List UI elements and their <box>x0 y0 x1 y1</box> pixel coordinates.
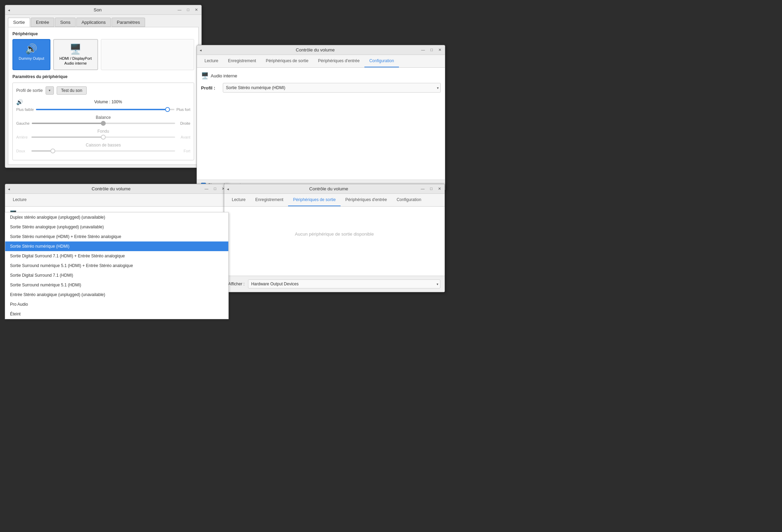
fondu-label: Fondu <box>16 129 190 134</box>
dropdown-item-10[interactable]: Éteint <box>5 309 228 319</box>
device-dummy-output[interactable]: 🔊 Dummy Output <box>12 39 50 70</box>
tab-applications[interactable]: Applications <box>76 18 111 27</box>
plus-fort-label: Plus fort <box>177 107 190 112</box>
vol-tr-close-btn[interactable]: ✕ <box>438 48 442 52</box>
dropdown-item-9[interactable]: Pro Audio <box>5 300 228 309</box>
vol-bl-title: Contrôle du volume <box>18 186 204 191</box>
vol-tr-tab-lecture[interactable]: Lecture <box>200 55 223 67</box>
dropdown-item-3[interactable]: Sortie Stéréo numérique (HDMI) <box>5 241 228 251</box>
dropdown-item-2[interactable]: Sortie Stéréo numérique (HDMI) + Entrée … <box>5 232 228 241</box>
vol-tr-maximize-btn[interactable]: □ <box>430 48 433 52</box>
vol-bl-tab-bar: Lecture <box>5 194 228 207</box>
volume-slider[interactable] <box>36 109 174 110</box>
son-window-title: Son <box>18 7 177 12</box>
afficher-select[interactable]: Hardware Output Devices <box>248 279 440 288</box>
hdmi-audio-icon: 🖥️ <box>69 43 82 55</box>
device-grid: 🔊 Dummy Output 🖥️ HDMI / DisplayPortAudi… <box>12 39 194 70</box>
vol-br-tab-enregistrement[interactable]: Enregistrement <box>250 194 288 206</box>
dropdown-item-5[interactable]: Sortie Surround numérique 5.1 (HDMI) + E… <box>5 261 228 270</box>
audio-internal-row: 🖥️ Audio interne <box>201 72 441 79</box>
volume-icon: 🔊 <box>16 99 23 105</box>
doux-label: Doux <box>16 149 29 153</box>
vol-br-title: Contrôle du volume <box>237 186 420 191</box>
son-minimize-btn[interactable]: — <box>177 8 182 12</box>
fondu-slider-row: Arrière Avant <box>16 135 190 139</box>
caisson-slider-row: Doux Fort <box>16 149 190 153</box>
device-hdmi-audio[interactable]: 🖥️ HDMI / DisplayPortAudio interne <box>53 39 98 70</box>
profile-label: Profil de sortie <box>16 88 43 93</box>
vol-tr-tab-config[interactable]: Configuration <box>364 55 399 67</box>
profil-key: Profil : <box>201 85 220 91</box>
audio-internal-icon: 🖥️ <box>201 72 209 79</box>
vol-br-tab-entree[interactable]: Périphériques d'entrée <box>341 194 392 206</box>
avant-label: Avant <box>177 135 190 139</box>
gauche-label: Gauche <box>16 121 30 125</box>
vol-tr-content: 🖥️ Audio interne Profil : Sortie Stéréo … <box>197 68 445 180</box>
dropdown-item-4[interactable]: Sortie Digital Surround 7.1 (HDMI) + Ent… <box>5 251 228 261</box>
profil-select[interactable]: Sortie Stéréo numérique (HDMI) <box>223 83 441 93</box>
volume-slider-row: Plus faible Plus fort <box>16 107 190 112</box>
dropdown-item-6[interactable]: Sortie Digital Surround 7.1 (HDMI) <box>5 270 228 280</box>
vol-br-tab-sortie[interactable]: Périphériques de sortie <box>288 194 340 206</box>
vol-bottom-right-window: ◂ Contrôle du volume — □ ✕ Lecture Enreg… <box>224 184 445 292</box>
vol-bl-tab-lecture[interactable]: Lecture <box>8 194 31 206</box>
peripherique-label: Périphérique <box>12 31 194 36</box>
dummy-output-icon: 🔊 <box>25 43 37 55</box>
vol-bl-titlebar: ◂ Contrôle du volume — □ ✕ <box>5 184 228 194</box>
vol-tr-tab-bar: Lecture Enregistrement Périphériques de … <box>197 55 445 68</box>
vol-br-maximize-btn[interactable]: □ <box>429 187 433 191</box>
afficher-label: Afficher : <box>228 282 245 286</box>
vol-tr-tab-sortie[interactable]: Périphériques de sortie <box>261 55 313 67</box>
vol-bl-collapse-btn[interactable]: ◂ <box>8 187 10 191</box>
vol-top-right-window: ◂ Contrôle du volume — □ ✕ Lecture Enreg… <box>197 45 445 191</box>
son-collapse-btn[interactable]: ◂ <box>8 8 10 12</box>
tab-sortie[interactable]: Sortie <box>8 18 30 27</box>
vol-br-tab-lecture[interactable]: Lecture <box>227 194 250 206</box>
balance-slider[interactable] <box>32 123 175 124</box>
arriere-label: Arrière <box>16 135 29 139</box>
plus-faible-label: Plus faible <box>16 107 34 112</box>
profil-dropdown-wrapper: Sortie Stéréo numérique (HDMI) ▾ <box>223 83 441 93</box>
profile-row: Profil de sortie ▾ Test du son <box>16 86 190 95</box>
fondu-slider[interactable] <box>31 136 175 138</box>
dropdown-item-8[interactable]: Entrée Stéréo analogique (unplugged) (un… <box>5 290 228 300</box>
vol-top-right-titlebar: ◂ Contrôle du volume — □ ✕ <box>197 45 445 55</box>
test-son-btn[interactable]: Test du son <box>57 86 87 95</box>
dropdown-item-0[interactable]: Duplex stéréo analogique (unplugged) (un… <box>5 212 228 222</box>
vol-tr-empty-area <box>201 93 441 175</box>
profile-dropdown-btn[interactable]: ▾ <box>46 86 54 95</box>
vol-br-content: Aucun périphérique de sortie disponible <box>224 207 445 276</box>
son-close-btn[interactable]: ✕ <box>194 8 199 12</box>
vol-bl-minimize-btn[interactable]: — <box>204 187 209 191</box>
caisson-slider[interactable] <box>31 150 175 152</box>
vol-tr-tab-enregistrement[interactable]: Enregistrement <box>223 55 261 67</box>
vol-bl-maximize-btn[interactable]: □ <box>213 187 217 191</box>
device-rest-area <box>101 39 194 70</box>
son-titlebar: ◂ Son — □ ✕ <box>5 5 201 15</box>
son-window: ◂ Son — □ ✕ Sortie Entrée Sons Applicati… <box>5 5 202 168</box>
tab-parametres[interactable]: Paramètres <box>112 18 145 27</box>
dropdown-item-7[interactable]: Sortie Surround numérique 5.1 (HDMI) <box>5 280 228 290</box>
vol-br-collapse-btn[interactable]: ◂ <box>227 187 229 191</box>
caisson-label: Caisson de basses <box>16 143 190 148</box>
tab-sons[interactable]: Sons <box>55 18 76 27</box>
vol-br-tab-bar: Lecture Enregistrement Périphériques de … <box>224 194 445 207</box>
vol-br-tab-config[interactable]: Configuration <box>392 194 426 206</box>
vol-br-minimize-btn[interactable]: — <box>420 187 425 191</box>
son-tab-bar: Sortie Entrée Sons Applications Paramètr… <box>5 15 201 27</box>
vol-top-right-title: Contrôle du volume <box>210 47 420 53</box>
vol-br-titlebar: ◂ Contrôle du volume — □ ✕ <box>224 184 445 194</box>
vol-tr-minimize-btn[interactable]: — <box>420 48 426 52</box>
afficher-row: Afficher : Hardware Output Devices ▾ <box>224 276 445 292</box>
vol-tr-collapse-btn[interactable]: ◂ <box>200 48 202 52</box>
params-section: Profil de sortie ▾ Test du son 🔊 Volume … <box>12 83 194 160</box>
vol-tr-tab-entree[interactable]: Périphériques d'entrée <box>313 55 364 67</box>
vol-br-close-btn[interactable]: ✕ <box>437 187 442 191</box>
empty-output-message: Aucun périphérique de sortie disponible <box>228 211 440 257</box>
tab-entree[interactable]: Entrée <box>31 18 54 27</box>
son-main-content: Périphérique 🔊 Dummy Output 🖥️ HDMI / Di… <box>8 27 199 165</box>
son-maximize-btn[interactable]: □ <box>186 8 190 12</box>
dummy-output-name: Dummy Output <box>19 56 44 61</box>
hdmi-audio-name: HDMI / DisplayPortAudio interne <box>59 56 92 66</box>
dropdown-item-1[interactable]: Sortie Stéréo analogique (unplugged) (un… <box>5 222 228 232</box>
